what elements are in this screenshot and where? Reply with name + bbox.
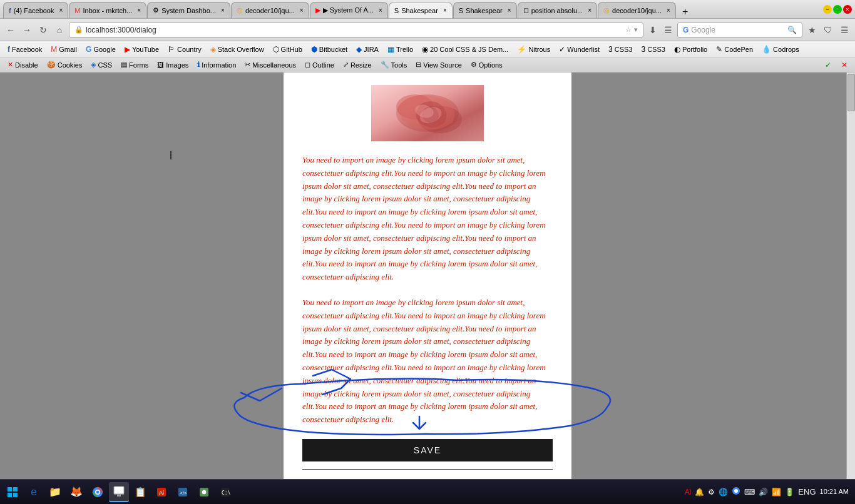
bookmark-codepen[interactable]: ✎ CodePen <box>712 44 757 55</box>
search-bar[interactable]: G Google 🔍 <box>677 23 802 38</box>
bookmark-stackoverflow[interactable]: ◈ Stack Overflow <box>207 44 268 55</box>
tab-decoder1[interactable]: ◎ decoder10/jqu... × <box>231 2 309 18</box>
taskbar-start[interactable] <box>3 482 23 502</box>
dev-view-source[interactable]: ⊟ View Source <box>412 60 466 69</box>
bookmarks-bar: f Facebook M Gmail G Google ▶ YouTube 🏳 … <box>0 41 855 58</box>
tab-system-of-a-close[interactable]: × <box>379 7 382 14</box>
tab-decoder1-close[interactable]: × <box>300 7 304 14</box>
dev-close[interactable]: ✕ <box>837 60 851 70</box>
bookmark-css-js[interactable]: ◉ 20 Cool CSS & JS Dem... <box>418 44 512 55</box>
dev-css[interactable]: ◈ CSS <box>87 60 116 69</box>
taskbar-app6[interactable]: C:\ <box>215 482 235 502</box>
dev-check[interactable]: ✓ <box>821 60 835 70</box>
bookmark-css3-2[interactable]: 3 CSS3 <box>637 44 668 55</box>
minimize-button[interactable]: − <box>823 5 832 14</box>
scrollbar-track[interactable] <box>846 73 855 479</box>
bookmark-bitbucket[interactable]: ⬢ Bitbucket <box>307 44 351 55</box>
tray-battery[interactable]: 🔋 <box>785 488 794 496</box>
address-bar[interactable]: 🔒 localhost:3000/dialog ☆ ▾ <box>69 23 643 38</box>
bookmark-stackoverflow-icon: ◈ <box>210 45 216 54</box>
app4-icon: </> <box>177 486 189 498</box>
download-button[interactable]: ⬇ <box>646 23 660 37</box>
extensions-button[interactable]: ★ <box>805 23 819 37</box>
taskbar-app5[interactable] <box>194 482 214 502</box>
restore-button[interactable]: □ <box>833 5 842 14</box>
tab-decoder2-close[interactable]: × <box>667 7 670 14</box>
dev-miscellaneous[interactable]: ✂ Miscellaneous <box>241 60 300 69</box>
tab-shakespeare2-close[interactable]: × <box>508 7 511 14</box>
tab-gmail[interactable]: M Inbox - mkrtch... × <box>69 2 146 18</box>
dev-resize[interactable]: ⤢ Resize <box>339 60 376 69</box>
bookmark-nitrous[interactable]: ⚡ Nitrous <box>513 44 554 55</box>
tab-shakespeare-active[interactable]: S Shakespear × <box>389 2 453 18</box>
nav-down-icon: ▾ <box>634 26 638 34</box>
bookmark-country[interactable]: 🏳 Country <box>164 44 205 55</box>
scrollbar-thumb[interactable] <box>847 74 855 111</box>
tab-decoder2[interactable]: ◎ decoder10/jqu... × <box>598 2 676 18</box>
tab-shakespeare2[interactable]: S Shakespear × <box>453 2 517 18</box>
dev-cookies[interactable]: 🍪 Cookies <box>43 60 86 69</box>
save-button[interactable]: SAVE <box>302 439 553 461</box>
new-tab-button[interactable]: + <box>679 6 692 18</box>
tab-position[interactable]: ◻ position absolu... × <box>518 2 597 18</box>
taskbar-chrome[interactable] <box>88 482 108 502</box>
bookmark-github[interactable]: ⬡ GitHub <box>269 44 306 55</box>
taskbar-explorer[interactable]: 📁 <box>45 482 65 502</box>
tab-shakespeare-active-close[interactable]: × <box>443 7 447 14</box>
menu-button[interactable]: ☰ <box>837 23 851 37</box>
browser-content[interactable]: You need to import an image by clicking … <box>0 73 855 479</box>
bookmark-wunderlist[interactable]: ✓ Wunderlist <box>555 44 603 55</box>
tab-system-of-a[interactable]: ▶ ▶ System Of A... × <box>310 2 388 18</box>
tray-keyboard[interactable]: ⌨ <box>744 488 755 496</box>
bookmark-css3[interactable]: 3 CSS3 <box>605 44 636 55</box>
system-clock: 10:21 AM <box>820 487 849 496</box>
close-button[interactable]: × <box>843 5 852 14</box>
tab-facebook[interactable]: f (4) Facebook × <box>3 2 68 18</box>
tray-icon2[interactable]: 🔔 <box>695 488 704 496</box>
tray-adobe[interactable]: Ai <box>685 488 692 496</box>
home-button[interactable]: ⌂ <box>53 23 66 37</box>
tray-network2[interactable]: 📶 <box>772 488 781 496</box>
bookmark-gmail-icon: M <box>51 45 57 54</box>
settings-button[interactable]: ☰ <box>661 23 675 37</box>
reload-button[interactable]: ↻ <box>36 23 50 37</box>
taskbar-firefox[interactable]: 🦊 <box>66 482 86 502</box>
tab-position-close[interactable]: × <box>588 7 591 14</box>
dev-outline[interactable]: ◻ Outline <box>301 60 338 69</box>
bookmark-trello[interactable]: ▦ Trello <box>384 44 417 55</box>
taskbar-ie[interactable]: e <box>24 482 44 502</box>
bookmark-youtube[interactable]: ▶ YouTube <box>121 44 163 55</box>
tab-gmail-close[interactable]: × <box>137 7 141 14</box>
bookmark-jira[interactable]: ◆ JIRA <box>352 44 382 55</box>
bookmark-codrops-icon: 💧 <box>762 45 771 54</box>
bookmark-codrops[interactable]: 💧 Codrops <box>758 44 803 55</box>
bookmark-google-label: Google <box>93 46 115 53</box>
bookmark-portfolio-icon: ◐ <box>674 45 680 54</box>
tray-network[interactable]: 🌐 <box>719 488 728 496</box>
dev-disable[interactable]: ✕ Disable <box>4 60 42 69</box>
taskbar-active-app[interactable] <box>109 482 129 502</box>
tab-system-dash[interactable]: ⚙ System Dashbo... × <box>147 2 230 18</box>
taskbar-app3[interactable]: Ai <box>151 482 172 502</box>
bookmark-portfolio[interactable]: ◐ Portfolio <box>670 44 711 55</box>
dev-options[interactable]: ⚙ Options <box>467 60 506 69</box>
bookmark-gmail[interactable]: M Gmail <box>47 44 81 55</box>
bookmark-google[interactable]: G Google <box>82 44 120 55</box>
taskbar-app4[interactable]: </> <box>173 482 193 502</box>
tray-language[interactable]: ENG <box>798 487 816 496</box>
tab-facebook-close[interactable]: × <box>59 7 63 14</box>
adblock-button[interactable]: 🛡 <box>821 23 835 37</box>
dev-images[interactable]: 🖼 Images <box>153 61 192 69</box>
bookmark-facebook[interactable]: f Facebook <box>4 44 46 55</box>
tray-icon3[interactable]: ⚙ <box>708 488 715 496</box>
dev-tools[interactable]: 🔧 Tools <box>377 60 411 69</box>
dev-forms[interactable]: ▤ Forms <box>117 60 152 69</box>
back-button[interactable]: ← <box>4 23 18 37</box>
dev-information[interactable]: ℹ Information <box>193 60 240 69</box>
tray-chrome2[interactable] <box>732 486 740 497</box>
taskbar-app2[interactable]: 📋 <box>130 482 150 502</box>
tray-volume[interactable]: 🔊 <box>759 488 768 496</box>
forward-button[interactable]: → <box>20 23 34 37</box>
bookmark-trello-label: Trello <box>396 46 413 53</box>
tab-system-dash-close[interactable]: × <box>221 7 225 14</box>
